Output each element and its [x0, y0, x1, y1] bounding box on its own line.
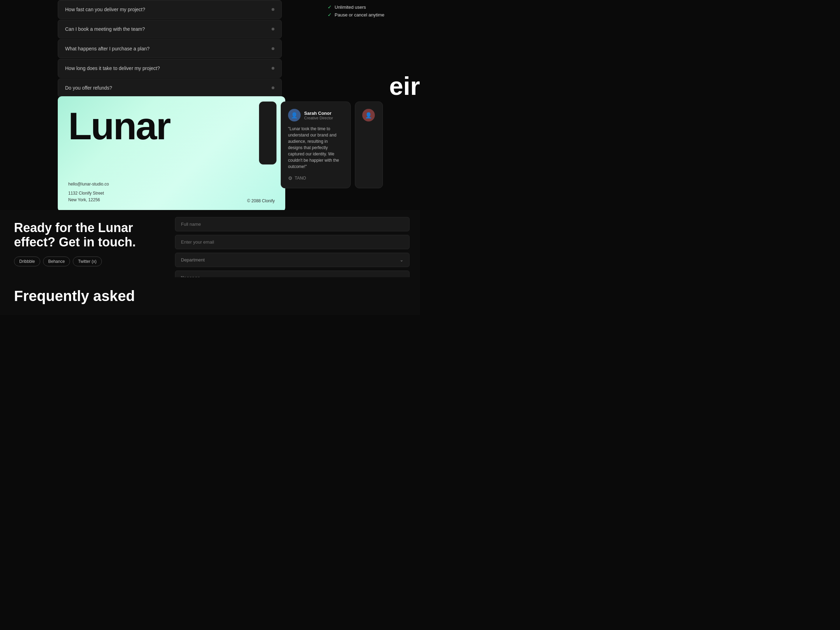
faq-question-4: Do you offer refunds? [65, 85, 112, 91]
faq-question-1: Can I book a meeting with the team? [65, 26, 145, 32]
testimonial-card-partial-right: 👤 [355, 101, 383, 188]
social-link-dribbble[interactable]: Dribbble [14, 257, 40, 266]
address-line2: New York, 12256 [68, 197, 109, 203]
author-info-sarah: Sarah Conor Creative Director [304, 111, 333, 120]
avatar-other: 👤 [362, 109, 375, 122]
faq-dot-0 [272, 8, 275, 11]
avatar-sarah: 👤 [288, 109, 301, 122]
bottom-faq-section: Frequently asked [0, 277, 420, 315]
email-input[interactable] [175, 235, 409, 249]
department-select[interactable]: Department ⌄ [175, 253, 409, 267]
chevron-down-icon: ⌄ [400, 257, 404, 262]
bottom-faq-title: Frequently asked [14, 288, 406, 305]
company-name-sarah: TANO [295, 176, 306, 181]
faq-item-1[interactable]: Can I book a meeting with the team? [58, 20, 282, 38]
faq-question-2: What happens after I purchase a plan? [65, 46, 150, 51]
contact-headline: Ready for the Lunar effect? Get in touch… [14, 221, 150, 249]
faq-section: How fast can you deliver my project? Can… [58, 0, 282, 98]
logo-hero-footer: hello@lunar-studio.co 1132 Clonify Stree… [58, 181, 285, 212]
faq-question-0: How fast can you deliver my project? [65, 7, 145, 12]
eir-partial-text: eir [389, 74, 420, 99]
social-link-twitter[interactable]: Twitter (x) [73, 257, 102, 266]
feature-label-pause: Pause or cancel anytime [335, 12, 384, 17]
faq-item-4[interactable]: Do you offer refunds? [58, 78, 282, 97]
faq-item-0[interactable]: How fast can you deliver my project? [58, 0, 282, 19]
testimonial-card-sarah: 👤 Sarah Conor Creative Director "Lunar t… [281, 101, 351, 188]
feature-label-users: Unlimited users [335, 5, 366, 10]
social-links: Dribbble Behance Twitter (x) [14, 257, 150, 266]
company-sarah: ⚙ TANO [288, 175, 343, 181]
feature-unlimited-users: ✓ Unlimited users [328, 4, 414, 10]
department-label: Department [181, 257, 205, 262]
faq-dot-4 [272, 87, 275, 89]
social-link-behance[interactable]: Behance [43, 257, 70, 266]
company-icon-sarah: ⚙ [288, 175, 293, 181]
faq-dot-2 [272, 47, 275, 50]
author-title-sarah: Creative Director [304, 116, 333, 120]
faq-question-3: How long does it take to deliver my proj… [65, 65, 160, 71]
faq-dot-3 [272, 67, 275, 69]
company-address: hello@lunar-studio.co 1132 Clonify Stree… [68, 181, 109, 203]
brand-name: Lunar [58, 96, 285, 145]
faq-item-2[interactable]: What happens after I purchase a plan? [58, 39, 282, 58]
quote-sarah: "Lunar took the time to understand our b… [288, 126, 343, 170]
feature-pause-cancel: ✓ Pause or cancel anytime [328, 12, 414, 17]
card-header-other: 👤 [362, 109, 376, 122]
faq-dot-1 [272, 28, 275, 30]
features-panel: ✓ Unlimited users ✓ Pause or cancel anyt… [322, 0, 420, 22]
faq-item-3[interactable]: How long does it take to deliver my proj… [58, 59, 282, 78]
address-line1: 1132 Clonify Street [68, 190, 109, 197]
author-name-sarah: Sarah Conor [304, 111, 333, 116]
check-icon-pause: ✓ [328, 12, 332, 17]
card-header-sarah: 👤 Sarah Conor Creative Director [288, 109, 343, 122]
copyright-text: © 2088 Clonify [247, 199, 275, 203]
check-icon-users: ✓ [328, 4, 332, 10]
logo-hero-card: Lunar hello@lunar-studio.co 1132 Clonify… [58, 96, 285, 212]
company-email: hello@lunar-studio.co [68, 181, 109, 188]
full-name-input[interactable] [175, 217, 409, 231]
testimonial-card-partial-left [259, 101, 276, 164]
testimonials-area: 👤 Sarah Conor Creative Director "Lunar t… [259, 101, 420, 188]
